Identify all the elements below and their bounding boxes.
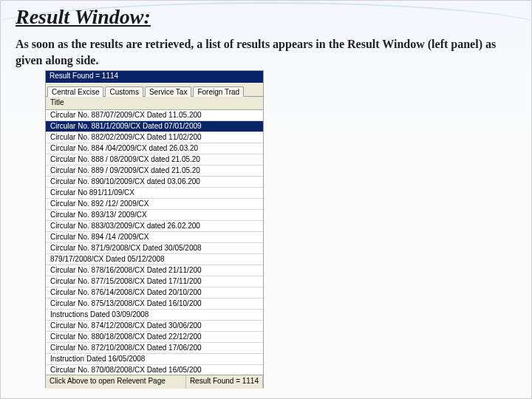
list-item[interactable]: Circular No. 894 /14 /2009/CX bbox=[46, 232, 263, 243]
list-item[interactable]: Circular No. 890/10/2009/CX dated 03.06.… bbox=[46, 177, 263, 188]
list-item[interactable]: Instructions Dated 03/09/2008 bbox=[46, 310, 263, 321]
list-item[interactable]: Circular No. 881/1/2009/CX Dated 07/01/2… bbox=[46, 121, 263, 132]
list-item[interactable]: 879/17/2008/CX Dated 05/12/2008 bbox=[46, 254, 263, 265]
list-item[interactable]: Circular No. 889 / 09/2009/CX dated 21.0… bbox=[46, 166, 263, 177]
list-item[interactable]: Circular No. 892 /12/ 2009/CX bbox=[46, 199, 263, 210]
description-text: As soon as the results are retrieved, a … bbox=[16, 36, 516, 68]
tab-service-tax[interactable]: Service Tax bbox=[145, 86, 192, 97]
list-item[interactable]: Circular No 891/11/09/CX bbox=[46, 188, 263, 199]
list-item[interactable]: Circular No. 871/9/2008/CX Dated 30/05/2… bbox=[46, 243, 263, 254]
status-count: Result Found = 1114 bbox=[186, 375, 263, 389]
tab-central-excise[interactable]: Central Excise bbox=[47, 86, 103, 97]
tab-foreign-trade[interactable]: Foreign Trad bbox=[193, 86, 244, 97]
result-list[interactable]: Circular No. 887/07/2009/CX Dated 11.05.… bbox=[46, 110, 263, 375]
tab-customs[interactable]: Customs bbox=[105, 86, 143, 97]
list-item[interactable]: Circular No. 883/03/2009/CX dated 26.02.… bbox=[46, 221, 263, 232]
column-header-title[interactable]: Title bbox=[46, 97, 263, 110]
list-item[interactable]: Circular No. 878/16/2008/CX Dated 21/11/… bbox=[46, 265, 263, 276]
tab-label: Customs bbox=[109, 88, 138, 96]
result-window-panel: Result Found = 1114 Central Excise Custo… bbox=[45, 70, 264, 388]
page-title: Result Window: bbox=[16, 5, 151, 29]
status-hint: Click Above to open Relevent Page bbox=[46, 375, 186, 389]
list-item[interactable]: Circular No. 876/14/2008/CX Dated 20/10/… bbox=[46, 287, 263, 299]
panel-title-bar: Result Found = 1114 bbox=[46, 71, 263, 83]
list-item[interactable]: Circular No. 875/13/2008/CX Dated 16/10/… bbox=[46, 299, 263, 310]
list-item[interactable]: Instruction Dated 16/05/2008 bbox=[46, 354, 263, 365]
list-item[interactable]: Circular No. 880/18/2008/CX Dated 22/12/… bbox=[46, 332, 263, 343]
tab-label: Service Tax bbox=[149, 88, 188, 96]
tab-label: Foreign Trad bbox=[197, 88, 239, 96]
list-item[interactable]: Circular No. 887/07/2009/CX Dated 11.05.… bbox=[46, 110, 263, 121]
status-bar: Click Above to open Relevent Page Result… bbox=[46, 375, 263, 389]
list-item[interactable]: Circular No. 872/10/2008/CX Dated 17/06/… bbox=[46, 343, 263, 354]
list-item[interactable]: Circular No. 874/12/2008/CX Dated 30/06/… bbox=[46, 321, 263, 332]
slide: Result Window: As soon as the results ar… bbox=[0, 0, 532, 399]
tab-label: Central Excise bbox=[52, 88, 99, 96]
list-item[interactable]: Circular No. 888 / 08/2009/CX dated 21.0… bbox=[46, 154, 263, 166]
list-item[interactable]: Circular No. 882/02/2009/CX Dated 11/02/… bbox=[46, 132, 263, 143]
list-item[interactable]: Circular No. 870/08/2008/CX Dated 16/05/… bbox=[46, 365, 263, 375]
list-item[interactable]: Circular No. 893/13/ 2009/CX bbox=[46, 210, 263, 221]
list-item[interactable]: Circular No. 877/15/2008/CX Dated 17/11/… bbox=[46, 276, 263, 287]
list-item[interactable]: Circular No. 884 /04/2009/CX dated 26.03… bbox=[46, 143, 263, 154]
tab-strip: Central Excise Customs Service Tax Forei… bbox=[46, 83, 263, 97]
